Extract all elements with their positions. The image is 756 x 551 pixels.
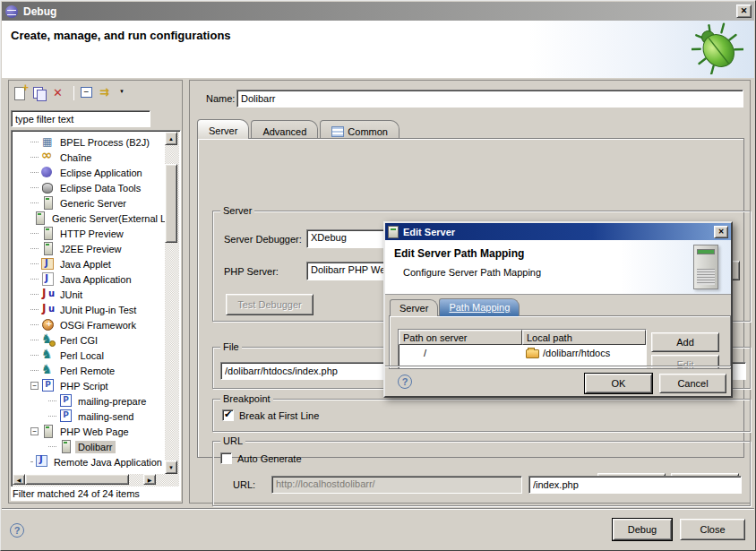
server-group-title: Server — [220, 205, 254, 216]
close-button[interactable]: Close — [680, 519, 745, 540]
tab-common[interactable]: Common — [320, 120, 399, 139]
tree-item[interactable]: Generic Server(External La — [13, 211, 165, 226]
vertical-scroll-thumb[interactable] — [165, 164, 177, 243]
tree-item[interactable]: JUnit — [13, 287, 165, 302]
tree-vertical-scrollbar[interactable]: ▲ ▼ — [165, 132, 179, 474]
tree-item[interactable]: BPEL Process (B2J) — [13, 134, 165, 150]
tree-guide — [30, 172, 39, 173]
tree-item[interactable]: JUnit Plug-in Test — [13, 302, 165, 317]
break-first-line-checkbox[interactable]: ✔ — [222, 409, 234, 421]
dialog-help-icon[interactable]: ? — [398, 375, 412, 389]
tab-advanced[interactable]: Advanced — [251, 120, 318, 139]
tree-guide — [30, 142, 39, 142]
menu-dropdown-icon[interactable] — [117, 84, 128, 102]
break-first-line-label: Break at First Line — [239, 410, 319, 421]
tree-item[interactable]: Perl Remote — [13, 363, 165, 378]
tree-item-label: BPEL Process (B2J) — [57, 136, 152, 149]
tree-guide — [30, 248, 39, 249]
tree-item-label: Remote Java Application — [51, 456, 165, 469]
tree-item[interactable]: mailing-send — [13, 409, 165, 424]
php-server-label: PHP Server: — [224, 266, 279, 277]
tree-guide — [30, 263, 39, 264]
tree-guide — [30, 233, 39, 234]
collapse-all-icon[interactable] — [78, 84, 96, 102]
footer-separator — [2, 508, 754, 510]
local-path-cell: /dolibarr/htdocs — [522, 345, 646, 360]
add-mapping-button[interactable]: Add — [651, 332, 719, 352]
horizontal-scroll-thumb[interactable] — [25, 474, 129, 485]
tree-guide — [48, 446, 56, 447]
tree-item-label: PHP Web Page — [57, 426, 132, 438]
tree-item-label: Java Application — [57, 273, 134, 286]
scroll-up-icon[interactable]: ▲ — [165, 132, 177, 145]
test-debugger-button: Test Debugger — [226, 294, 314, 315]
auto-generate-checkbox[interactable]: ✔ — [220, 452, 232, 464]
tree-item[interactable]: Remote Java Application — [13, 454, 165, 469]
dialog-tab-content: Path on serverLocal path//dolibarr/htdoc… — [389, 315, 731, 369]
tree-item[interactable]: mailing-prepare — [13, 393, 165, 409]
url-path-input[interactable] — [528, 476, 742, 494]
table-icon — [331, 126, 344, 137]
server-icon — [40, 242, 55, 255]
tree-item[interactable]: Generic Server — [13, 195, 165, 211]
banner: Create, manage, and run configurations — [2, 21, 754, 78]
titlebar[interactable]: Debug ✕ — [2, 2, 754, 21]
tree-item-label: Java Applet — [57, 258, 114, 271]
tree-guide — [48, 416, 56, 417]
help-icon[interactable]: ? — [10, 523, 24, 538]
server-icon — [40, 196, 55, 210]
ok-button[interactable]: OK — [585, 374, 652, 393]
debug-button[interactable]: Debug — [613, 519, 672, 540]
tree-item[interactable]: J2EE Preview — [13, 241, 165, 256]
tree-horizontal-scrollbar[interactable]: ◀ ▶ — [13, 474, 179, 486]
tree-item-label: Generic Server(External La — [49, 212, 165, 225]
new-config-icon[interactable] — [11, 84, 29, 102]
tab-server[interactable]: Server — [390, 299, 438, 316]
tab-path-mapping[interactable]: Path Mapping — [439, 298, 520, 316]
tree-item[interactable]: Dolibarr — [13, 439, 165, 454]
tree-item[interactable]: OSGi Framework — [13, 317, 165, 332]
tree-item[interactable]: Java Application — [13, 271, 165, 287]
junit-icon — [40, 288, 55, 301]
filter-input[interactable] — [11, 110, 150, 127]
tree-item-label: JUnit — [57, 288, 85, 301]
scroll-right-icon[interactable]: ▶ — [143, 474, 156, 485]
tree-item-label: Perl Remote — [57, 365, 117, 377]
collapse-node-icon[interactable]: − — [30, 427, 39, 435]
mapping-row[interactable]: //dolibarr/htdocs — [399, 345, 646, 360]
window-close-button[interactable]: ✕ — [736, 4, 752, 18]
tab-server[interactable]: Server — [197, 119, 249, 139]
duplicate-config-icon[interactable] — [30, 84, 48, 102]
tree-item[interactable]: Perl CGI — [13, 332, 165, 348]
tree-item[interactable]: Chaîne — [13, 150, 165, 165]
cancel-button[interactable]: Cancel — [659, 374, 726, 393]
name-input[interactable] — [236, 90, 743, 108]
server-icon — [40, 425, 55, 438]
toolbar-separator — [73, 86, 74, 100]
edit-server-titlebar[interactable]: Edit Server ✕ — [385, 223, 731, 240]
scroll-down-icon[interactable]: ▼ — [165, 461, 177, 474]
url-group: URL ✔ Auto Generate URL: http://localhos… — [212, 441, 751, 506]
server-icon — [388, 226, 399, 238]
delete-config-icon[interactable] — [50, 84, 68, 102]
server-icon — [40, 227, 55, 240]
osgi-icon — [40, 318, 55, 331]
collapse-node-icon[interactable]: − — [30, 382, 39, 390]
base-url-field: http://localhostdolibarr/ — [271, 476, 522, 494]
tree-item[interactable]: Eclipse Application — [13, 165, 165, 180]
tree-item[interactable]: −PHP Web Page — [13, 424, 165, 439]
dialog-close-button[interactable]: ✕ — [714, 226, 728, 238]
eclipse-icon — [40, 166, 55, 179]
column-header: Local path — [522, 330, 646, 345]
tree-item[interactable]: HTTP Preview — [13, 226, 165, 241]
dialog-footer: ? OK Cancel — [385, 366, 731, 396]
tree-item[interactable]: Perl Local — [13, 348, 165, 363]
tree-item[interactable]: Eclipse Data Tools — [13, 180, 165, 195]
window-title: Debug — [23, 5, 736, 18]
tree-item-label: Eclipse Data Tools — [57, 182, 143, 194]
junit-plugin-icon — [40, 303, 55, 316]
scroll-left-icon[interactable]: ◀ — [13, 474, 25, 485]
filter-icon[interactable] — [98, 84, 116, 102]
tree-item[interactable]: Java Applet — [13, 256, 165, 271]
tree-item[interactable]: −PHP Script — [13, 378, 165, 393]
